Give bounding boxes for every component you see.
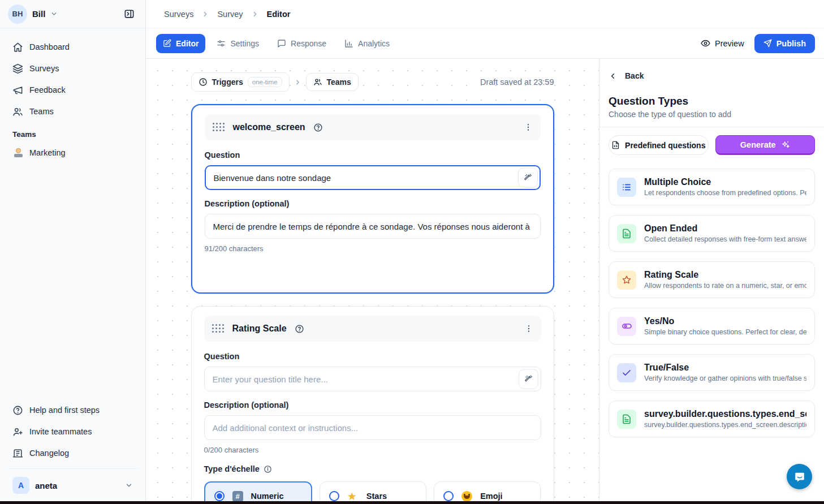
publish-button[interactable]: Publish <box>754 34 815 53</box>
tab-settings[interactable]: Settings <box>210 34 266 53</box>
sidebar-item-invite[interactable]: Invite teammates <box>7 421 139 442</box>
help-circle-icon <box>12 405 23 416</box>
edit-icon <box>163 39 171 48</box>
back-button[interactable]: Back <box>599 59 824 83</box>
type-title: Yes/No <box>644 316 806 326</box>
triggers-label: Triggers <box>212 77 243 87</box>
type-card-end-screen[interactable]: survey.builder.questions.types.end_scr..… <box>609 400 815 437</box>
question-card-header: Rating Scale <box>204 316 541 342</box>
type-card-true-false[interactable]: True/False Verify knowledge or gather op… <box>609 354 815 391</box>
file-text-icon <box>617 224 636 243</box>
scale-option-emoji[interactable]: Emoji <box>434 481 541 504</box>
sidebar-item-label: Surveys <box>29 64 59 73</box>
layers-icon <box>12 63 23 74</box>
sidebar-item-label: Dashboard <box>29 42 70 51</box>
tab-editor[interactable]: Editor <box>156 34 205 53</box>
check-icon <box>617 363 636 382</box>
type-description: Collect detailed responses with free-for… <box>644 235 806 243</box>
drag-handle-icon[interactable] <box>212 324 225 333</box>
info-icon[interactable] <box>264 465 272 473</box>
kebab-menu-icon[interactable] <box>524 324 533 333</box>
collapse-sidebar-button[interactable] <box>120 6 137 23</box>
sidebar: BH Bill Dashboard Surveys <box>0 0 146 504</box>
magic-wand-button[interactable] <box>519 369 538 389</box>
description-field-label: Description (optional) <box>204 400 541 410</box>
sparkles-icon <box>781 140 790 149</box>
workspace-header[interactable]: BH Bill <box>0 0 145 28</box>
sidebar-item-teams[interactable]: Teams <box>7 101 139 122</box>
triggers-button[interactable]: Triggers one-time <box>191 72 290 92</box>
type-card-open-ended[interactable]: Open Ended Collect detailed responses wi… <box>609 215 815 252</box>
predefined-questions-label: Predefined questions <box>625 141 705 150</box>
question-title-input[interactable] <box>204 367 541 391</box>
draft-status: Draft saved at 23:59 <box>480 77 554 87</box>
scale-option-numeric[interactable]: # Numeric <box>204 481 312 504</box>
clock-icon <box>199 77 208 87</box>
drag-handle-icon[interactable] <box>213 123 225 132</box>
question-card-header: welcome_screen <box>205 114 541 140</box>
sidebar-item-help[interactable]: Help and first steps <box>7 399 139 421</box>
tab-label: Response <box>291 39 326 48</box>
teams-label: Teams <box>327 77 351 87</box>
tab-analytics[interactable]: Analytics <box>338 34 396 53</box>
sidebar-item-dashboard[interactable]: Dashboard <box>7 36 139 58</box>
preview-label: Preview <box>715 39 744 48</box>
teams-button[interactable]: Teams <box>306 73 359 91</box>
sidebar-item-surveys[interactable]: Surveys <box>7 58 139 79</box>
breadcrumb-surveys[interactable]: Surveys <box>164 10 193 19</box>
type-title: Multiple Choice <box>644 177 806 187</box>
radio-icon <box>329 491 339 501</box>
breadcrumb-survey[interactable]: Survey <box>217 10 243 19</box>
type-title: Rating Scale <box>644 270 806 280</box>
tab-response[interactable]: Response <box>270 34 333 53</box>
survey-canvas: Triggers one-time Teams Draft sav <box>146 59 599 504</box>
kebab-menu-icon[interactable] <box>524 123 533 132</box>
question-card-rating-scale[interactable]: Rating Scale Question <box>191 306 554 504</box>
technologist-emoji <box>14 148 23 157</box>
sidebar-item-feedback[interactable]: Feedback <box>7 79 139 101</box>
sidebar-nav: Dashboard Surveys Feedback Teams <box>0 28 145 163</box>
question-title-input[interactable] <box>205 165 541 190</box>
chevron-right-icon <box>294 79 301 86</box>
sidebar-item-team-marketing[interactable]: Marketing <box>7 142 139 163</box>
question-card-welcome-screen[interactable]: welcome_screen Question <box>191 104 554 294</box>
keycap-hash-emoji: # <box>232 491 243 502</box>
question-description-input[interactable] <box>204 415 541 440</box>
chevron-right-icon <box>201 10 209 18</box>
type-card-rating-scale[interactable]: Rating Scale Allow respondents to rate o… <box>609 261 815 298</box>
trigger-badge: one-time <box>248 77 282 87</box>
workspace-avatar: BH <box>8 5 27 24</box>
breadcrumb: Surveys Survey Editor <box>146 0 824 28</box>
type-description: Allow respondents to rate on a numeric, … <box>644 282 806 290</box>
users-icon <box>313 77 322 87</box>
type-description: Verify knowledge or gather opinions with… <box>644 374 806 382</box>
question-field-label: Question <box>205 150 541 160</box>
sidebar-item-label: Changelog <box>29 449 69 458</box>
account-menu[interactable]: A aneta <box>7 468 139 498</box>
scale-option-stars[interactable]: ★ Stars <box>320 481 426 504</box>
type-card-multiple-choice[interactable]: Multiple Choice Let respondents choose f… <box>609 169 815 205</box>
type-card-yes-no[interactable]: Yes/No Simple binary choice questions. P… <box>609 308 815 344</box>
star-icon <box>617 270 636 290</box>
sliders-icon <box>217 39 226 48</box>
tab-label: Settings <box>230 39 259 48</box>
magic-wand-button[interactable] <box>518 168 538 188</box>
chat-widget-button[interactable] <box>787 464 812 489</box>
question-type-list: Multiple Choice Let respondents choose f… <box>599 161 824 455</box>
star-emoji: ★ <box>347 490 359 502</box>
sidebar-item-label: Help and first steps <box>29 406 100 415</box>
preview-button[interactable]: Preview <box>701 38 744 48</box>
help-circle-icon[interactable] <box>313 123 323 132</box>
predefined-questions-button[interactable]: Predefined questions <box>609 135 709 155</box>
panel-subtitle: Choose the type of question to add <box>599 109 824 127</box>
chevron-right-icon <box>251 10 259 18</box>
sidebar-item-changelog[interactable]: Changelog <box>7 442 139 464</box>
question-card-title: welcome_screen <box>233 122 305 132</box>
chevron-left-icon <box>609 72 617 80</box>
help-circle-icon[interactable] <box>295 324 304 334</box>
send-icon <box>763 39 772 48</box>
generate-button[interactable]: Generate <box>715 135 816 155</box>
question-card-title: Rating Scale <box>232 324 287 334</box>
question-description-input[interactable] <box>205 214 541 239</box>
panel-title: Question Types <box>599 83 824 109</box>
